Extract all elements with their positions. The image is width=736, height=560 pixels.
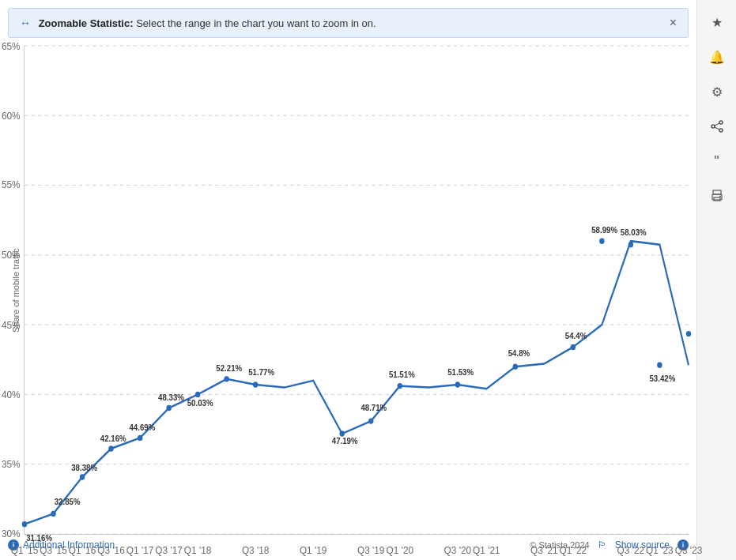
svg-text:Q1 '15: Q1 '15 [11, 543, 39, 556]
svg-point-79 [719, 196, 721, 197]
sidebar-star-button[interactable]: ★ [703, 8, 731, 36]
svg-text:44.69%: 44.69% [129, 423, 155, 432]
svg-text:53.42%: 53.42% [649, 374, 675, 384]
svg-text:Q3 '16: Q3 '16 [97, 543, 125, 556]
svg-text:Q1 '16: Q1 '16 [69, 543, 96, 556]
svg-text:Q1 '23: Q1 '23 [646, 543, 674, 556]
svg-text:45%: 45% [2, 319, 21, 332]
svg-text:55%: 55% [2, 179, 21, 191]
svg-point-38 [398, 383, 402, 389]
line-chart: .grid-h { stroke: #ccc; stroke-width: 0.… [25, 46, 689, 534]
svg-text:40%: 40% [2, 388, 21, 400]
svg-point-52 [686, 331, 691, 336]
svg-text:54.4%: 54.4% [565, 331, 587, 340]
svg-text:Q1 '20: Q1 '20 [387, 543, 414, 556]
svg-text:Q3 '19: Q3 '19 [357, 543, 385, 556]
svg-point-72 [719, 129, 723, 132]
svg-text:47.19%: 47.19% [332, 437, 358, 446]
svg-point-48 [628, 242, 633, 247]
svg-text:54.8%: 54.8% [508, 348, 530, 358]
svg-text:51.51%: 51.51% [389, 370, 415, 380]
chart-area: Share of mobile traffic .grid-h { stroke… [8, 46, 689, 552]
svg-point-73 [711, 125, 715, 128]
svg-point-44 [571, 344, 576, 350]
sidebar-print-button[interactable] [703, 182, 731, 210]
zoom-close-button[interactable]: × [670, 17, 677, 29]
svg-point-32 [253, 381, 258, 387]
svg-text:50.03%: 50.03% [187, 398, 213, 408]
svg-point-20 [80, 474, 85, 479]
svg-text:Q3 '20: Q3 '20 [444, 543, 472, 556]
svg-text:30%: 30% [2, 527, 21, 539]
zoom-banner: ↔ Zoomable Statistic: Select the range i… [8, 8, 689, 38]
zoom-icon: ↔ [20, 17, 31, 29]
svg-point-46 [599, 238, 604, 243]
svg-text:Q1 '18: Q1 '18 [184, 543, 212, 556]
sidebar-bell-button[interactable]: 🔔 [703, 43, 731, 71]
banner-title: Zoomable Statistic: [39, 17, 134, 29]
sidebar-quote-button[interactable]: " [703, 147, 731, 175]
svg-text:51.53%: 51.53% [447, 367, 474, 377]
svg-text:Q1 '19: Q1 '19 [300, 543, 327, 556]
svg-point-16 [22, 521, 27, 527]
svg-text:60%: 60% [2, 109, 21, 122]
svg-text:32.85%: 32.85% [55, 497, 81, 506]
svg-point-24 [138, 435, 142, 441]
svg-text:31.16%: 31.16% [26, 533, 52, 543]
svg-text:Q3 '15: Q3 '15 [40, 543, 67, 556]
sidebar-gear-button[interactable]: ⚙ [703, 77, 731, 106]
svg-text:58.99%: 58.99% [591, 226, 617, 235]
share-icon [711, 120, 723, 133]
svg-text:38.38%: 38.38% [71, 463, 97, 472]
svg-point-22 [108, 445, 113, 451]
statista-flag-icon: 🏳 [598, 539, 607, 551]
svg-point-26 [166, 405, 171, 411]
svg-text:Q1 '21: Q1 '21 [473, 543, 500, 556]
sidebar: ★ 🔔 ⚙ " [696, 0, 736, 560]
sidebar-share-button[interactable] [703, 112, 731, 141]
svg-point-28 [195, 392, 200, 397]
svg-point-71 [719, 121, 723, 124]
svg-text:Q3 '17: Q3 '17 [155, 543, 183, 556]
svg-text:Q3 '22: Q3 '22 [617, 543, 645, 556]
svg-point-30 [224, 376, 228, 381]
svg-text:51.77%: 51.77% [248, 367, 274, 377]
print-icon [711, 190, 723, 202]
svg-text:48.71%: 48.71% [360, 404, 387, 413]
svg-text:Q3 '21: Q3 '21 [530, 543, 558, 556]
grid-area[interactable]: .grid-h { stroke: #ccc; stroke-width: 0.… [24, 46, 689, 535]
svg-text:50%: 50% [2, 249, 21, 261]
svg-rect-76 [713, 190, 721, 194]
svg-point-42 [513, 363, 518, 369]
svg-point-18 [51, 511, 55, 517]
svg-point-50 [657, 363, 662, 368]
svg-text:52.21%: 52.21% [216, 363, 242, 373]
svg-line-74 [715, 123, 719, 126]
svg-text:42.16%: 42.16% [100, 434, 126, 443]
svg-line-75 [715, 127, 719, 130]
svg-point-36 [368, 418, 373, 423]
chart-wrapper: Share of mobile traffic .grid-h { stroke… [8, 46, 689, 535]
zoom-banner-text: ↔ Zoomable Statistic: Select the range i… [20, 17, 376, 29]
svg-text:35%: 35% [2, 457, 21, 470]
svg-text:48.33%: 48.33% [158, 393, 184, 402]
svg-text:65%: 65% [2, 39, 21, 52]
svg-text:Q1 '22: Q1 '22 [560, 543, 587, 556]
svg-point-40 [455, 381, 460, 387]
svg-point-34 [339, 430, 344, 436]
main-content: ↔ Zoomable Statistic: Select the range i… [0, 0, 696, 560]
svg-text:Q3 '18: Q3 '18 [242, 543, 270, 556]
svg-text:58.03%: 58.03% [621, 227, 647, 237]
banner-description: Select the range in the chart you want t… [136, 17, 376, 29]
chart-inner: .grid-h { stroke: #ccc; stroke-width: 0.… [24, 46, 689, 535]
svg-text:Q1 '17: Q1 '17 [126, 543, 154, 556]
svg-text:Q3 '23: Q3 '23 [675, 543, 703, 556]
